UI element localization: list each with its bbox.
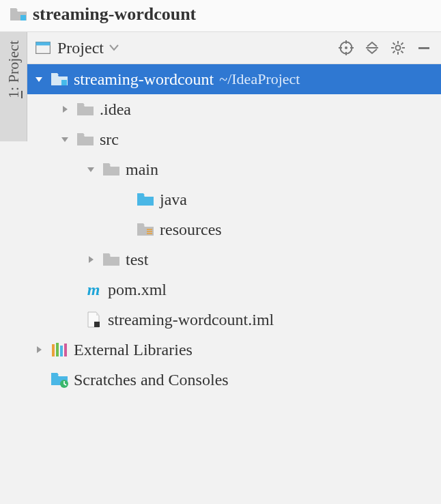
svg-rect-27 — [60, 346, 63, 356]
tree-item-label: streaming-wordcount.iml — [108, 311, 274, 329]
svg-rect-25 — [52, 344, 55, 356]
breadcrumb: streaming-wordcount — [0, 0, 441, 32]
tree-item-test[interactable]: test — [27, 244, 441, 275]
iml-file-icon — [85, 312, 102, 327]
collapse-arrow-icon[interactable] — [85, 255, 97, 264]
folder-icon — [102, 162, 120, 177]
folder-icon — [76, 132, 94, 147]
svg-line-18 — [393, 51, 395, 53]
project-tree[interactable]: streaming-wordcount ~/IdeaProject .idea — [27, 64, 441, 504]
expand-arrow-icon[interactable] — [33, 74, 45, 84]
tree-item-label: java — [160, 191, 187, 209]
project-tool-header: Project — [27, 32, 441, 64]
tree-item-label: Scratches and Consoles — [74, 371, 229, 389]
tree-item-path: ~/IdeaProject — [219, 70, 300, 88]
breadcrumb-project-name[interactable]: streaming-wordcount — [33, 4, 196, 25]
svg-rect-2 — [36, 42, 51, 46]
svg-line-15 — [393, 43, 395, 45]
settings-button[interactable] — [388, 38, 408, 58]
resources-folder-icon — [137, 222, 154, 237]
expand-arrow-icon[interactable] — [85, 165, 97, 174]
collapse-arrow-icon[interactable] — [59, 104, 71, 114]
tree-item-label: resources — [160, 221, 222, 239]
tree-item-label: .idea — [100, 100, 131, 119]
svg-point-8 — [345, 46, 347, 49]
source-folder-icon — [137, 192, 154, 207]
folder-icon — [102, 252, 120, 267]
project-view-selector-label: Project — [57, 39, 104, 57]
module-folder-icon — [10, 7, 27, 22]
svg-rect-0 — [20, 15, 26, 20]
tree-item-scratches[interactable]: Scratches and Consoles — [27, 365, 441, 395]
tree-item-java[interactable]: java — [27, 184, 441, 214]
tree-item-resources[interactable]: resources — [27, 214, 441, 244]
tree-item-label: streaming-wordcount — [74, 70, 214, 89]
svg-rect-19 — [418, 47, 429, 49]
svg-line-17 — [401, 43, 403, 45]
svg-rect-26 — [56, 343, 59, 356]
tree-item-src[interactable]: src — [27, 124, 441, 154]
svg-point-10 — [396, 46, 401, 51]
svg-rect-28 — [64, 344, 67, 356]
tree-item-pom[interactable]: m pom.xml — [27, 275, 441, 305]
tree-item-label: src — [100, 130, 119, 149]
chevron-down-icon — [109, 44, 119, 51]
tree-item-iml[interactable]: streaming-wordcount.iml — [27, 305, 441, 335]
project-view-selector[interactable]: Project — [34, 39, 119, 57]
folder-icon — [76, 102, 94, 117]
tool-window-tab-label: 1: Project — [5, 40, 23, 98]
svg-line-16 — [401, 51, 403, 53]
svg-rect-20 — [61, 80, 67, 85]
scroll-from-source-button[interactable] — [336, 38, 356, 58]
tree-item-main[interactable]: main — [27, 154, 441, 184]
tree-item-external-libraries[interactable]: External Libraries — [27, 335, 441, 365]
tool-window-tab-project[interactable]: 1: Project — [0, 32, 27, 141]
tree-item-label: main — [126, 160, 158, 179]
collapse-arrow-icon[interactable] — [33, 345, 45, 354]
libraries-icon — [51, 342, 68, 357]
window-icon — [34, 40, 52, 55]
tree-item-label: test — [126, 251, 148, 269]
tree-root[interactable]: streaming-wordcount ~/IdeaProject — [27, 64, 441, 94]
module-folder-icon — [51, 72, 68, 87]
hide-button[interactable] — [414, 38, 434, 58]
tree-item-label: pom.xml — [108, 281, 167, 299]
tree-item-idea[interactable]: .idea — [27, 94, 441, 124]
svg-rect-24 — [94, 322, 100, 327]
tree-item-label: External Libraries — [74, 341, 193, 359]
expand-arrow-icon[interactable] — [59, 135, 71, 144]
maven-file-icon: m — [85, 282, 102, 297]
collapse-all-button[interactable] — [362, 38, 382, 58]
scratches-icon — [51, 372, 68, 387]
